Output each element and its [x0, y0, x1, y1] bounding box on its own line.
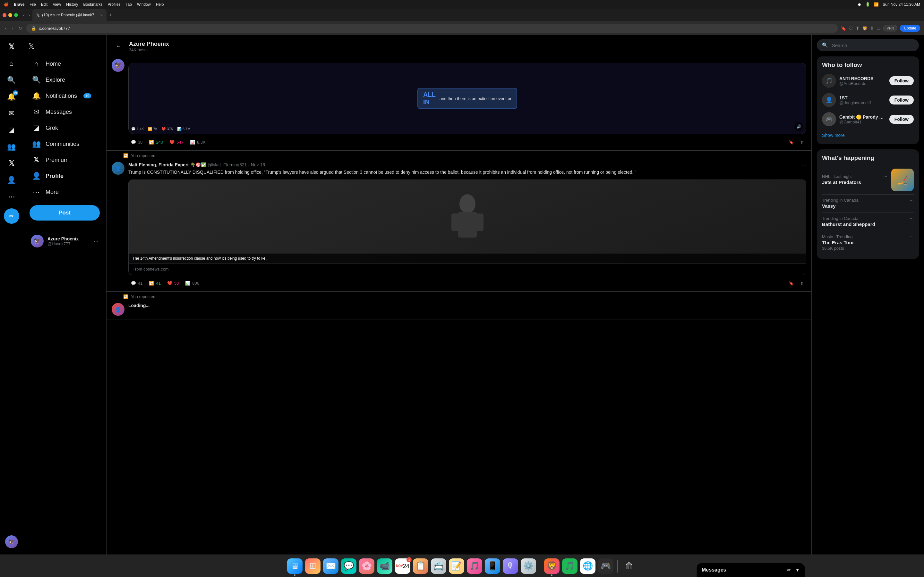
tweet-like-btn[interactable]: ❤️ 547 — [167, 138, 186, 147]
active-tab[interactable]: 𝕏 (19) Azure Phoenix (@Havok7... ✕ — [32, 9, 106, 21]
sidebar-user-more-icon[interactable]: ⋯ — [94, 238, 99, 244]
dock-system-prefs[interactable]: ⚙️ — [521, 558, 536, 574]
tweet-author-avatar[interactable]: 👤 — [111, 162, 124, 175]
menu-file[interactable]: File — [29, 2, 36, 7]
shield-icon[interactable]: 🛡 — [849, 26, 853, 31]
tweet-views-btn[interactable]: 📊 8.3K — [187, 138, 208, 147]
trending-more-btn[interactable]: ⋯ — [883, 174, 887, 179]
back-btn[interactable]: ‹ — [4, 24, 8, 32]
sidebar-icon-notifications[interactable]: 🔔 19 — [4, 89, 19, 105]
tweet-avatar-3[interactable]: 👤 — [111, 303, 124, 316]
dock-music[interactable]: 🎵 — [467, 558, 482, 574]
sidebar-icon-explore[interactable]: 🔍 — [4, 73, 19, 88]
trending-item-vassy[interactable]: Trending in Canada ⋯ Vassy — [822, 195, 914, 213]
dock-contacts[interactable]: 📇 — [431, 558, 446, 574]
menu-help[interactable]: Help — [156, 2, 164, 7]
menu-edit[interactable]: Edit — [41, 2, 48, 7]
messages-minimize-icon[interactable]: ▼ — [795, 567, 800, 573]
sidebar-item-more[interactable]: ⋯ More — [26, 184, 103, 200]
follow-avatar-gambit[interactable]: 🎮 — [822, 112, 836, 126]
dock-chrome[interactable]: 🌐 — [580, 558, 596, 574]
apple-menu[interactable]: 🍎 — [4, 2, 9, 7]
post-btn-small[interactable]: ✏ — [4, 208, 19, 224]
reload-btn[interactable]: ↻ — [17, 24, 23, 32]
sidebar-icon-home[interactable]: ⌂ — [4, 56, 19, 71]
follow-button-gambit[interactable]: Follow — [889, 115, 914, 124]
dock-notes[interactable]: 📝 — [449, 558, 464, 574]
sidebar-item-profile[interactable]: 👤 Profile — [26, 168, 103, 184]
dock-launchpad[interactable]: ⊞ — [305, 558, 320, 574]
messages-header[interactable]: Messages ✏ ▼ — [696, 563, 805, 577]
download-icon[interactable]: ⬇ — [870, 26, 874, 31]
sidebar-x-logo[interactable]: 𝕏 — [4, 39, 19, 55]
tweet-retweet-btn[interactable]: 🔁 41 — [146, 279, 163, 287]
sidebar-icon-more[interactable]: ⋯ — [4, 189, 19, 205]
sidebar-icon-premium[interactable]: 𝕏 — [4, 156, 19, 171]
trending-more-btn[interactable]: ⋯ — [909, 234, 914, 239]
menu-view[interactable]: View — [53, 2, 61, 7]
sidebar-item-home[interactable]: ⌂ Home — [26, 56, 103, 72]
url-box[interactable]: 🔒 x.com/Havok777 — [26, 24, 838, 33]
sidebar-item-explore[interactable]: 🔍 Explore — [26, 72, 103, 88]
trending-more-btn[interactable]: ⋯ — [909, 216, 914, 221]
menu-window[interactable]: Window — [137, 2, 151, 7]
trending-item-eras-tour[interactable]: Music · Trending ⋯ The Eras Tour 36.5K p… — [822, 231, 914, 254]
tweet-share-btn[interactable]: ⬆ — [798, 279, 806, 287]
follow-avatar-1st[interactable]: 👤 — [822, 93, 836, 107]
trending-item-jets[interactable]: NHL · Last night ⋯ Jets at Predators 🏒 — [822, 165, 914, 195]
dock-brave[interactable]: 🦁 — [544, 558, 559, 574]
sidebar-item-grok[interactable]: ◪ Grok — [26, 120, 103, 136]
tab-close-btn[interactable]: ✕ — [100, 13, 103, 17]
tweet-bookmark-btn[interactable]: 🔖 — [786, 279, 796, 287]
tweet-bookmark-btn[interactable]: 🔖 — [786, 138, 796, 147]
sidebar-item-messages[interactable]: ✉ Messages — [26, 104, 103, 120]
bookmark-icon[interactable]: 🔖 — [841, 26, 846, 31]
brave-rewards-icon[interactable]: 🦁 — [862, 26, 867, 31]
menu-profiles[interactable]: Profiles — [108, 2, 121, 7]
dock-podcasts[interactable]: 🎙 — [503, 558, 518, 574]
follow-button-1st[interactable]: Follow — [889, 95, 914, 105]
maximize-window-btn[interactable] — [14, 13, 18, 17]
nav-back[interactable]: ‹ — [22, 11, 26, 19]
trending-item-bathurst[interactable]: Trending in Canada ⋯ Bathurst and Sheppa… — [822, 213, 914, 231]
dock-calendar[interactable]: NOV 24 3 — [395, 558, 410, 574]
tweet-retweet-btn[interactable]: 🔁 240 — [146, 138, 166, 147]
dock-facetime[interactable]: 📹 — [377, 558, 393, 574]
search-box[interactable]: 🔍 — [817, 39, 919, 51]
dock-messages[interactable]: 💬 — [341, 558, 357, 574]
sidebar-user-card[interactable]: 🦅 Azure Phoenix @Havok777 ⋯ — [26, 231, 103, 251]
trending-more-btn[interactable]: ⋯ — [909, 198, 914, 203]
tweet-reply-btn[interactable]: 💬 38 — [128, 138, 145, 147]
search-input[interactable] — [832, 43, 914, 48]
nav-forward[interactable]: › — [27, 11, 31, 19]
sidebar-toggle-icon[interactable]: ▭ — [877, 26, 881, 31]
menu-history[interactable]: History — [66, 2, 78, 7]
dock-finder[interactable]: 🖥 — [287, 558, 302, 574]
menu-bookmarks[interactable]: Bookmarks — [83, 2, 103, 7]
menu-tab[interactable]: Tab — [126, 2, 132, 7]
dock-gaming[interactable]: 🎮 — [598, 558, 614, 574]
dock-appstore[interactable]: 📱 — [485, 558, 500, 574]
tweet-link-card[interactable]: The 14th Amendment's insurrection clause… — [128, 179, 806, 275]
sidebar-item-notifications[interactable]: 🔔 Notifications 19 — [26, 88, 103, 104]
sidebar-icon-communities[interactable]: 👥 — [4, 139, 19, 155]
dock-photos[interactable]: 🌸 — [359, 558, 375, 574]
dock-reminders[interactable]: 📋 — [413, 558, 428, 574]
sidebar-icon-grok[interactable]: ◪ — [4, 122, 19, 138]
back-button[interactable]: ← — [113, 40, 124, 52]
show-more-link[interactable]: Show more — [822, 131, 914, 139]
tweet-share-btn[interactable]: ⬆ — [798, 138, 806, 147]
sidebar-item-communities[interactable]: 👥 Communities — [26, 136, 103, 152]
tweet-video-embed[interactable]: ALLIN and then there is an extinction ev… — [128, 63, 806, 134]
update-button[interactable]: Update — [900, 25, 920, 32]
tweet-more-btn[interactable]: ⋯ — [801, 162, 806, 168]
new-tab-btn[interactable]: + — [109, 12, 112, 18]
sidebar-icon-profile[interactable]: 👤 — [4, 172, 19, 188]
dock-trash[interactable]: 🗑 — [622, 558, 637, 574]
messages-compose-icon[interactable]: ✏ — [787, 567, 791, 573]
tweet-reply-btn[interactable]: 💬 41 — [128, 279, 145, 287]
forward-btn[interactable]: › — [11, 24, 15, 32]
sidebar-user-avatar-small[interactable]: 🦅 — [5, 535, 18, 548]
video-sound-btn[interactable]: 🔊 — [795, 122, 803, 131]
vpn-badge[interactable]: VPN — [883, 25, 898, 31]
